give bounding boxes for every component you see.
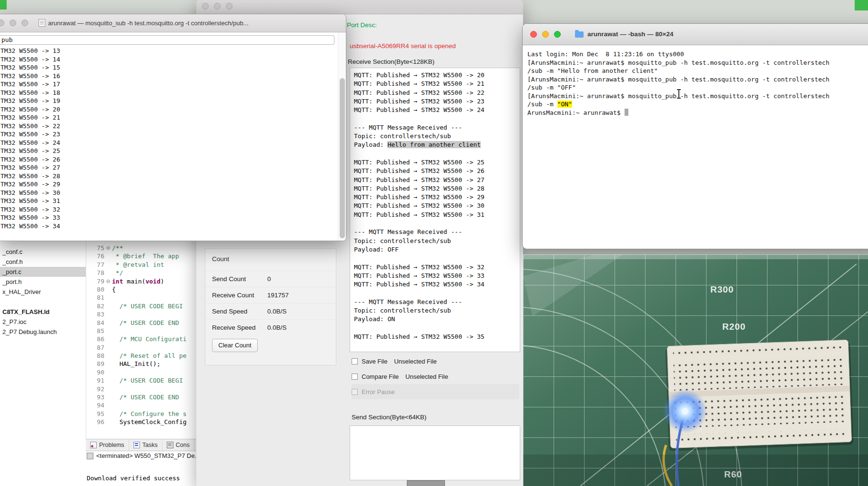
mosquitto-terminal-body[interactable]: pub TM32 W5500 -> 13TM32 W5500 -> 14TM32… (0, 32, 346, 241)
terminal-output[interactable]: Last login: Mon Dec 8 11:23:16 on ttys00… (523, 45, 868, 117)
count-value: 0 (267, 275, 271, 283)
save-file-checkbox[interactable] (352, 358, 358, 364)
count-row: Receive Count191757 (205, 287, 336, 303)
tree-item--conf-c[interactable]: _conf.c (0, 247, 86, 257)
console-icon (167, 442, 173, 448)
tab-tasks[interactable]: Tasks (129, 439, 162, 451)
receive-line: MQTT: Published → STM32 W5500 -> 25 (354, 158, 520, 167)
mosquitto-titlebar[interactable]: arunrawat — mosquitto_sub -h test.mosqui… (0, 14, 346, 32)
count-label: Receive Speed (212, 324, 267, 331)
inactive-zoom-button[interactable] (226, 3, 232, 10)
close-button[interactable] (530, 31, 537, 38)
checkbox-label[interactable]: Error Pause (362, 388, 394, 395)
checkbox-row-error-pause: Error Pause (352, 384, 519, 399)
fold-marker-icon (104, 401, 112, 409)
terminal-output-line: TM32 W5500 -> 14 (0, 55, 346, 64)
terminal-cursor (625, 109, 628, 116)
tree-item--port-c[interactable]: _port.c (0, 267, 86, 277)
compare-file-checkbox[interactable] (352, 374, 358, 380)
receive-line: Payload: ON (354, 315, 520, 324)
mat-label-r200: R200 (722, 322, 746, 332)
tab-cons[interactable]: Cons (162, 439, 194, 451)
checkbox-label[interactable]: Compare File (362, 373, 399, 380)
terminal-output-line: TM32 W5500 -> 23 (0, 130, 346, 139)
fold-marker-icon (104, 285, 112, 294)
send-text-area[interactable] (350, 425, 520, 480)
line-number: 83 (86, 310, 104, 318)
checkbox-label[interactable]: Save File (362, 358, 387, 365)
code-text: */ (112, 269, 123, 277)
receive-line: MQTT: Published → STM32 W5500 -> 26 (354, 167, 520, 175)
receive-line: MQTT: Published → STM32 W5500 -> 24 (354, 106, 520, 114)
code-line: 92 (86, 385, 197, 393)
code-line: 86 /* MCU Configurati (86, 335, 197, 343)
code-text: SystemClock_Config (112, 418, 187, 426)
breadboard-photo: R300 R200 R60 (523, 254, 868, 486)
inactive-minimize-button[interactable] (214, 3, 221, 10)
tab-problems[interactable]: Problems (86, 439, 129, 451)
tree-item-2-p7-debug-launch[interactable]: 2_P7 Debug.launch (0, 327, 86, 337)
fold-marker-icon (104, 376, 112, 385)
terminal-titlebar[interactable]: arunrawat — -bash — 80×24 (523, 24, 868, 45)
receive-text: MQTT: Published → STM32 W5500 -> 20MQTT:… (354, 71, 520, 341)
receive-text-area[interactable]: MQTT: Published → STM32 W5500 -> 20MQTT:… (350, 68, 520, 352)
code-lines: 75⊖/**76 * @brief The app77 * @retval in… (86, 244, 197, 426)
receive-line: Topic: controllerstech/sub (354, 306, 520, 315)
terminal-output-line: TM32 W5500 -> 16 (0, 72, 346, 81)
receive-line: MQTT: Published → STM32 W5500 -> 32 (354, 263, 520, 272)
code-line: 79⊖int main(void) (86, 277, 197, 285)
receive-line: Topic: controllerstech/sub (354, 132, 520, 141)
inactive-minimize-button[interactable] (10, 20, 16, 26)
receive-line: Payload: Hello from another client (354, 141, 520, 149)
scrollbar-track[interactable] (338, 32, 346, 241)
folder-icon (575, 31, 584, 38)
terminal-line: Last login: Mon Dec 8 11:23:16 on ttys00… (527, 50, 868, 59)
terminal-line: /sub -m "OFF" (527, 83, 868, 92)
zoom-button[interactable] (554, 31, 561, 38)
line-number: 75 (86, 244, 104, 252)
terminal-output-line: TM32 W5500 -> 29 (0, 180, 346, 189)
terminal-line: /sub -m "Hello from another client" (527, 67, 868, 75)
code-line: 78 */ (86, 269, 197, 277)
partial-button[interactable] (407, 480, 445, 486)
fold-marker-icon (104, 360, 112, 368)
receive-line: MQTT: Published → STM32 W5500 -> 30 (354, 202, 520, 210)
tree-item-c8tx-flash-ld[interactable]: C8TX_FLASH.ld (0, 307, 86, 317)
console-header: <terminated> W550_STM32_P7 De... (87, 452, 200, 459)
clear-count-button[interactable]: Clear Count (212, 339, 258, 352)
receive-line: --- MQTT Message Received --- (354, 298, 520, 306)
code-line: 93 /* USER CODE END (86, 393, 197, 401)
fold-marker-icon: ⊖ (104, 244, 112, 252)
serial-titlebar[interactable] (196, 0, 523, 14)
scrollbar-thumb[interactable] (340, 78, 345, 238)
tree-item-x-hal-driver[interactable]: x_HAL_Driver (0, 287, 86, 297)
line-number: 87 (86, 344, 104, 352)
problems-icon (90, 442, 97, 448)
checkbox-value: Unselected File (394, 358, 437, 365)
inactive-zoom-button[interactable] (21, 20, 28, 26)
code-line: 96 SystemClock_Config (86, 418, 197, 426)
error-pause-checkbox[interactable] (352, 389, 358, 395)
checkbox-value: Unselected File (405, 373, 448, 380)
terminal-window-title: arunrawat — -bash — 80×24 (587, 24, 673, 45)
minimize-button[interactable] (542, 31, 549, 38)
line-number: 89 (86, 360, 104, 368)
inactive-close-button[interactable] (202, 3, 209, 10)
line-number: 96 (86, 418, 104, 426)
tree-item--conf-h[interactable]: _conf.h (0, 257, 86, 267)
fold-marker-icon (104, 327, 112, 335)
receive-line: MQTT: Published → STM32 W5500 -> 28 (354, 184, 520, 193)
fold-marker-icon (104, 294, 112, 302)
terminal-output-line: TM32 W5500 -> 32 (0, 205, 346, 214)
tree-item--port-h[interactable]: _port.h (0, 277, 86, 287)
boxed-output-line: pub (0, 35, 334, 45)
receive-line: MQTT: Published → STM32 W5500 -> 22 (354, 89, 520, 97)
view-tabs: ProblemsTasksCons (86, 439, 196, 451)
project-explorer[interactable]: _conf.c_conf.h_port.c_port.hx_HAL_Driver… (0, 199, 86, 486)
count-row: Send Speed0.0B/S (205, 303, 336, 319)
inactive-close-button[interactable] (0, 20, 4, 26)
code-text: /** (112, 244, 123, 252)
tree-item-2-p7-ioc[interactable]: 2_P7.ioc (0, 317, 86, 327)
terminal-output-line: TM32 W5500 -> 19 (0, 97, 346, 105)
receive-line: MQTT: Published → STM32 W5500 -> 29 (354, 193, 520, 202)
